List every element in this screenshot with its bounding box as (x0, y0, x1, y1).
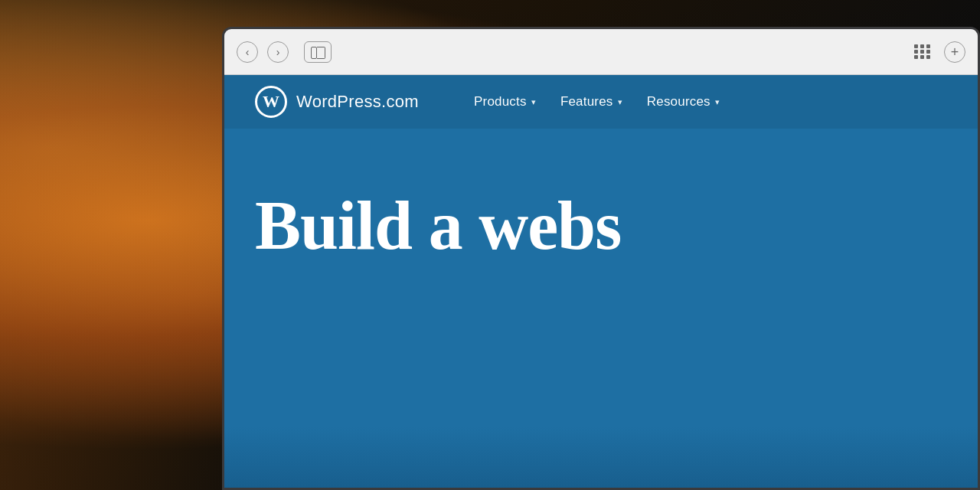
products-chevron-icon: ▾ (531, 97, 536, 107)
wordpress-logo-circle: W (255, 86, 287, 118)
forward-icon: › (276, 46, 280, 58)
wordpress-logo-symbol: W (263, 92, 279, 112)
hero-section: Build a webs (224, 129, 978, 263)
wordpress-logo-text: WordPress.com (296, 92, 419, 112)
browser-chrome: ‹ › + (224, 29, 978, 75)
nav-item-products[interactable]: Products ▾ (465, 88, 545, 116)
nav-products-label: Products (474, 94, 527, 109)
grid-dot (914, 50, 918, 54)
grid-dot (920, 50, 924, 54)
add-icon: + (951, 45, 959, 59)
bottom-fade-overlay (224, 426, 978, 488)
grid-icon (914, 44, 931, 59)
features-chevron-icon: ▾ (618, 97, 622, 107)
hero-title: Build a webs (255, 190, 947, 263)
sidebar-icon (311, 47, 325, 57)
grid-dot (926, 55, 930, 59)
forward-button[interactable]: › (267, 41, 289, 63)
resources-chevron-icon: ▾ (715, 97, 720, 107)
back-icon: ‹ (246, 46, 250, 58)
website-content: W WordPress.com Products ▾ Features ▾ Re… (224, 75, 978, 488)
grid-dot (914, 55, 918, 59)
grid-dot (920, 55, 924, 59)
grid-dot (920, 44, 924, 48)
grid-dot (914, 44, 918, 48)
wordpress-navbar: W WordPress.com Products ▾ Features ▾ Re… (224, 75, 978, 129)
wordpress-logo[interactable]: W WordPress.com (255, 86, 419, 118)
nav-resources-label: Resources (647, 94, 710, 109)
grid-dot (926, 44, 930, 48)
nav-item-features[interactable]: Features ▾ (551, 88, 632, 116)
nav-items: Products ▾ Features ▾ Resources ▾ (465, 88, 729, 116)
grid-dot (926, 50, 930, 54)
sidebar-toggle-button[interactable] (304, 41, 332, 63)
add-tab-button[interactable]: + (944, 41, 965, 63)
back-button[interactable]: ‹ (237, 41, 258, 63)
nav-features-label: Features (560, 94, 613, 109)
device-frame: ‹ › + (222, 27, 980, 490)
grid-view-button[interactable] (910, 41, 935, 63)
nav-item-resources[interactable]: Resources ▾ (638, 88, 729, 116)
